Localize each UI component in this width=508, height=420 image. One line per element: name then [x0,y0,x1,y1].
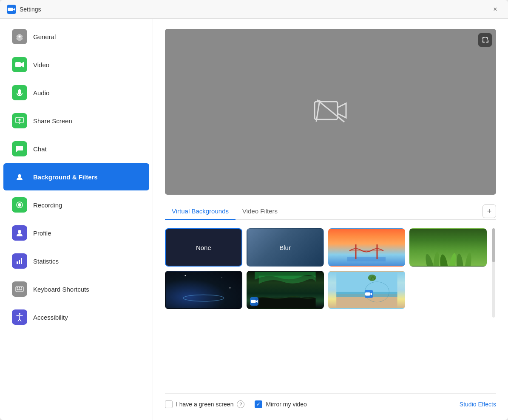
bottom-bar: I have a green screen ? ✓ Mirror my vide… [165,393,496,410]
svg-point-45 [368,275,376,281]
mirror-video-label: Mirror my video [266,401,307,408]
svg-point-28 [439,254,449,266]
background-none-label: None [196,244,211,251]
svg-point-3 [18,174,21,178]
mirror-video-checkbox[interactable]: ✓ [255,400,262,408]
green-screen-checkbox[interactable] [165,400,173,408]
sidebar-label-background-filters: Background & Filters [33,173,98,181]
close-button[interactable]: × [489,3,501,15]
accessibility-icon [12,309,27,325]
svg-rect-8 [19,260,20,264]
sidebar-item-chat[interactable]: Chat [3,135,149,162]
keyboard-shortcuts-icon [12,281,27,297]
sidebar-item-video[interactable]: Video [3,51,149,78]
add-background-button[interactable]: + [482,204,496,218]
settings-window: Settings × GeneralVideoAudioShare Screen… [0,0,508,420]
sidebar-label-audio: Audio [33,89,49,96]
svg-point-37 [221,277,222,278]
background-aurora[interactable] [247,271,324,309]
svg-rect-13 [21,287,22,289]
background-grid: None Blur [165,228,487,318]
tab-video-filters[interactable]: Video Filters [236,203,284,220]
green-screen-group: I have a green screen ? [165,400,244,408]
sidebar-item-profile[interactable]: Profile [3,219,149,247]
sidebar-label-keyboard-shortcuts: Keyboard Shortcuts [33,286,89,293]
window-title: Settings [20,6,41,13]
content-area: Virtual Backgrounds Video Filters + None… [153,19,508,420]
main-layout: GeneralVideoAudioShare ScreenChatBackgro… [0,19,508,420]
sidebar-item-recording[interactable]: Recording [3,191,149,219]
sidebar: GeneralVideoAudioShare ScreenChatBackgro… [0,19,153,420]
title-bar-left: Settings [7,5,41,14]
sidebar-item-keyboard-shortcuts[interactable]: Keyboard Shortcuts [3,275,149,303]
sidebar-label-recording: Recording [33,201,62,209]
sidebar-label-share-screen: Share Screen [33,117,72,125]
background-golden-gate[interactable] [328,228,406,267]
svg-rect-1 [15,62,21,67]
green-screen-label: I have a green screen [176,401,233,408]
svg-point-5 [18,203,21,207]
sidebar-label-video: Video [33,61,49,68]
profile-icon [12,225,27,241]
studio-effects-link[interactable]: Studio Effects [460,401,496,408]
svg-point-29 [447,253,457,266]
svg-point-27 [432,252,440,266]
scrollbar-track[interactable] [492,228,495,318]
background-filters-icon [12,169,27,184]
background-blur[interactable]: Blur [247,228,324,267]
sidebar-label-accessibility: Accessibility [33,314,68,321]
video-preview [165,29,496,195]
title-bar: Settings × [0,0,508,19]
preview-expand-button[interactable] [478,33,492,47]
svg-rect-7 [17,261,18,264]
tab-virtual-backgrounds[interactable]: Virtual Backgrounds [165,203,236,220]
svg-rect-22 [347,257,386,261]
recording-icon [12,197,27,213]
sidebar-item-share-screen[interactable]: Share Screen [3,107,149,134]
svg-point-36 [184,275,186,276]
background-beach[interactable] [328,271,406,309]
svg-point-38 [230,287,231,289]
chat-icon [12,141,27,156]
zoom-watermark [250,297,258,306]
svg-point-18 [19,313,20,315]
green-screen-help-icon[interactable]: ? [237,400,244,408]
svg-line-20 [316,100,320,122]
svg-rect-9 [21,258,22,264]
zoom-logo-icon [7,5,16,14]
background-grid-wrapper: None Blur [165,228,496,318]
svg-point-34 [183,295,224,301]
background-blur-label: Blur [279,244,291,251]
audio-icon [12,85,27,100]
sidebar-item-statistics[interactable]: Statistics [3,247,149,275]
background-grass[interactable] [409,228,487,267]
zoom-watermark2 [365,290,373,298]
svg-rect-39 [255,298,315,308]
sidebar-label-profile: Profile [33,230,51,237]
general-icon [12,29,27,44]
sidebar-item-accessibility[interactable]: Accessibility [3,304,149,331]
svg-rect-10 [16,287,23,292]
svg-line-21 [317,100,344,122]
svg-point-6 [18,230,21,233]
svg-rect-17 [18,289,21,291]
scroll-track [491,228,496,318]
sidebar-item-general[interactable]: General [3,23,149,50]
sidebar-label-statistics: Statistics [33,258,59,265]
tabs-row: Virtual Backgrounds Video Filters + [165,203,496,220]
mirror-video-group: ✓ Mirror my video [255,400,307,408]
statistics-icon [12,253,27,269]
scrollbar-thumb[interactable] [492,228,495,262]
background-space[interactable] [165,271,242,309]
sidebar-item-audio[interactable]: Audio [3,79,149,106]
video-icon [12,57,27,72]
svg-rect-12 [19,287,20,289]
camera-off-icon [314,98,348,125]
svg-point-30 [456,253,464,266]
svg-point-31 [463,252,473,266]
sidebar-item-background-filters[interactable]: Background & Filters [3,163,149,190]
background-none[interactable]: None [165,228,242,267]
svg-rect-11 [17,287,18,289]
sidebar-label-general: General [33,33,56,40]
sidebar-label-chat: Chat [33,145,47,153]
